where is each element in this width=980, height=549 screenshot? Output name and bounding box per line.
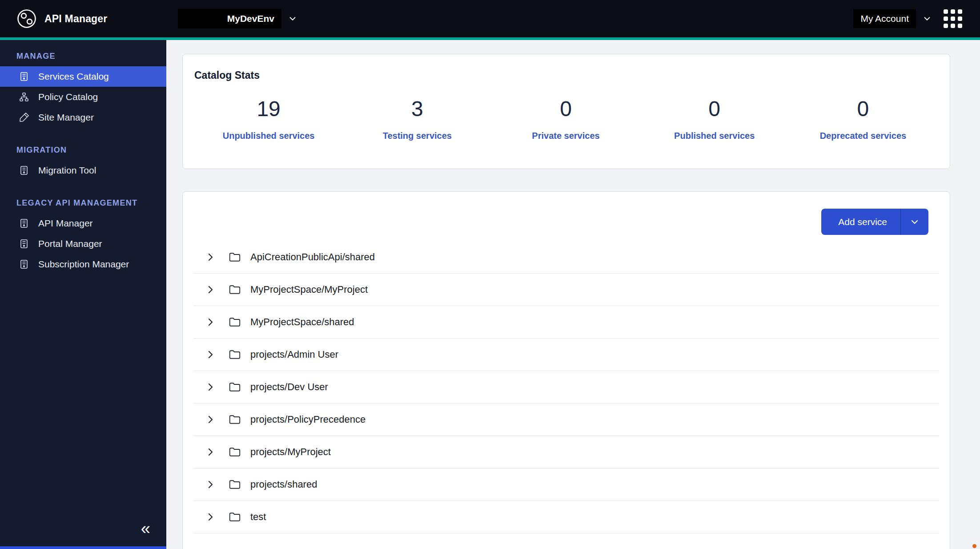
sidebar-item-site-manager[interactable]: Site Manager — [0, 107, 166, 128]
stat-value: 19 — [194, 97, 343, 121]
chevron-right-icon[interactable] — [205, 414, 216, 425]
sidebar-footer: « — [0, 514, 166, 543]
folder-icon — [228, 348, 241, 361]
stat-value: 3 — [343, 97, 491, 121]
folder-name: MyProjectSpace/shared — [250, 316, 354, 328]
folder-icon — [228, 315, 241, 329]
chevron-right-icon[interactable] — [205, 252, 216, 262]
account-menu[interactable]: My Account — [853, 9, 932, 28]
folder-name: projects/shared — [250, 479, 317, 490]
corner-indicator — [972, 544, 976, 548]
portal-manager-icon — [19, 238, 29, 249]
chevron-right-icon[interactable] — [205, 382, 216, 392]
stat-label: Testing services — [343, 131, 491, 141]
topbar: API Manager MyDevEnv My Account — [0, 0, 980, 37]
sidebar-item-portal-manager[interactable]: Portal Manager — [0, 234, 166, 254]
policy-catalog-icon — [19, 92, 29, 102]
chevron-right-icon[interactable] — [205, 447, 216, 457]
stat-private: 0 Private services — [491, 97, 640, 141]
folder-icon — [228, 478, 241, 491]
chevron-down-icon[interactable] — [901, 217, 928, 227]
folder-list: ApiCreationPublicApi/shared MyProjectSpa… — [193, 241, 939, 533]
catalog-stats-title: Catalog Stats — [194, 69, 937, 81]
folder-row[interactable]: projects/shared — [193, 468, 939, 501]
folder-name: projects/MyProject — [250, 446, 331, 458]
chevron-right-icon[interactable] — [205, 479, 216, 490]
app-title: API Manager — [44, 13, 108, 25]
sidebar-item-label: Services Catalog — [38, 71, 109, 82]
stat-testing: 3 Testing services — [343, 97, 491, 141]
folder-row[interactable]: MyProjectSpace/MyProject — [193, 274, 939, 306]
folder-row[interactable]: projects/Dev User — [193, 371, 939, 404]
folder-name: MyProjectSpace/MyProject — [250, 284, 368, 295]
sidebar-item-policy-catalog[interactable]: Policy Catalog — [0, 87, 166, 107]
nav-section-manage: MANAGE Services Catalog Policy Catalog — [0, 52, 166, 128]
folder-name: ApiCreationPublicApi/shared — [250, 251, 375, 263]
chevron-down-icon — [288, 14, 297, 24]
folder-name: projects/Dev User — [250, 381, 328, 393]
folder-name: projects/PolicyPrecedence — [250, 414, 365, 425]
stats-row: 19 Unpublished services 3 Testing servic… — [194, 97, 937, 141]
main-content: Catalog Stats 19 Unpublished services 3 … — [166, 40, 980, 549]
sidebar-item-api-manager[interactable]: API Manager — [0, 213, 166, 234]
stat-deprecated: 0 Deprecated services — [789, 97, 937, 141]
nav-section-migration-label: MIGRATION — [16, 145, 166, 155]
add-service-label: Add service — [821, 217, 900, 227]
nav-section-migration: MIGRATION Migration Tool — [0, 145, 166, 181]
stat-label: Private services — [491, 131, 640, 141]
folder-row[interactable]: MyProjectSpace/shared — [193, 306, 939, 339]
stat-published: 0 Published services — [640, 97, 789, 141]
list-toolbar: Add service — [183, 209, 950, 235]
chevron-right-icon[interactable] — [205, 512, 216, 522]
chevron-right-icon[interactable] — [205, 349, 216, 360]
folder-row[interactable]: projects/MyProject — [193, 436, 939, 468]
app-logo-icon — [17, 9, 36, 28]
nav-section-manage-label: MANAGE — [16, 52, 166, 61]
collapse-sidebar-button[interactable]: « — [141, 520, 150, 537]
sidebar-item-label: Portal Manager — [38, 238, 102, 249]
folder-icon — [228, 283, 241, 296]
services-list-card: Add service ApiCreationPublicApi/shared — [182, 191, 950, 549]
stat-label: Unpublished services — [194, 131, 343, 141]
chevron-right-icon[interactable] — [205, 317, 216, 327]
folder-icon — [228, 250, 241, 264]
folder-row[interactable]: ApiCreationPublicApi/shared — [193, 241, 939, 274]
topbar-right: My Account — [853, 0, 962, 37]
folder-row[interactable]: test — [193, 501, 939, 533]
nav-section-legacy-label: LEGACY API MANAGEMENT — [16, 198, 166, 208]
brand: API Manager — [17, 0, 108, 37]
stat-unpublished: 19 Unpublished services — [194, 97, 343, 141]
migration-tool-icon — [19, 165, 29, 176]
sidebar-item-label: Policy Catalog — [38, 92, 98, 102]
folder-icon — [228, 380, 241, 394]
folder-icon — [228, 510, 241, 524]
sidebar-item-subscription-manager[interactable]: Subscription Manager — [0, 254, 166, 274]
sidebar-item-label: Migration Tool — [38, 165, 96, 176]
api-manager-icon — [19, 218, 29, 229]
folder-name: test — [250, 511, 266, 523]
sidebar-item-label: Site Manager — [38, 112, 94, 123]
sidebar-item-migration-tool[interactable]: Migration Tool — [0, 160, 166, 181]
services-catalog-icon — [19, 71, 29, 82]
chevron-right-icon[interactable] — [205, 284, 216, 295]
add-service-button[interactable]: Add service — [821, 209, 928, 235]
stat-label: Published services — [640, 131, 789, 141]
environment-name: MyDevEnv — [178, 9, 281, 28]
folder-icon — [228, 413, 241, 426]
catalog-stats-card: Catalog Stats 19 Unpublished services 3 … — [182, 54, 950, 169]
folder-row[interactable]: projects/PolicyPrecedence — [193, 404, 939, 436]
subscription-manager-icon — [19, 259, 29, 270]
folder-icon — [228, 445, 241, 459]
stat-value: 0 — [640, 97, 789, 121]
sidebar-item-label: API Manager — [38, 218, 93, 229]
sidebar-item-label: Subscription Manager — [38, 259, 129, 270]
stat-label: Deprecated services — [789, 131, 937, 141]
apps-grid-icon[interactable] — [944, 9, 962, 28]
nav-section-legacy: LEGACY API MANAGEMENT API Manager Portal… — [0, 198, 166, 274]
site-manager-icon — [19, 112, 29, 123]
environment-selector[interactable]: MyDevEnv — [178, 9, 297, 28]
sidebar-item-services-catalog[interactable]: Services Catalog — [0, 66, 166, 87]
stat-value: 0 — [789, 97, 937, 121]
folder-row[interactable]: projects/Admin User — [193, 339, 939, 371]
stat-value: 0 — [491, 97, 640, 121]
